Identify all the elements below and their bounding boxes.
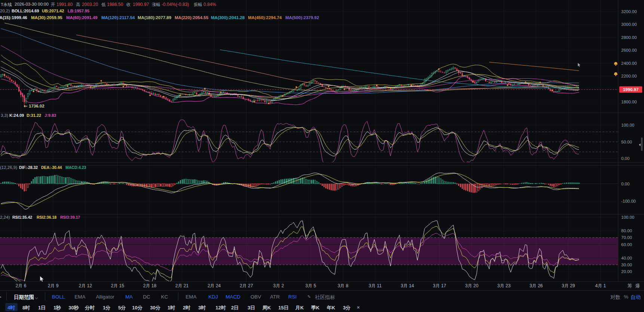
svg-text:2月 24: 2月 24 [208,283,221,288]
svg-text:3月 17: 3月 17 [433,283,447,288]
svg-text:1736.02: 1736.02 [29,104,45,108]
svg-text:2600.00: 2600.00 [621,48,637,52]
svg-text:2月 27: 2月 27 [240,283,253,288]
svg-text:2月 12: 2月 12 [79,283,92,288]
svg-text:2月 21: 2月 21 [175,283,189,288]
svg-text:1990.97: 1990.97 [623,87,639,92]
svg-text:30.00: 30.00 [621,263,632,267]
svg-text:2月 9: 2月 9 [48,283,59,288]
svg-text:70.00: 70.00 [621,235,632,240]
svg-text:1800.00: 1800.00 [621,100,637,104]
svg-text:2月 18: 2月 18 [143,283,157,288]
svg-text:3月 29: 3月 29 [562,283,575,288]
svg-text:60.00: 60.00 [621,242,632,247]
svg-text:2月 15: 2月 15 [111,283,125,288]
svg-text:3月 14: 3月 14 [401,283,414,288]
svg-text:爆: 爆 [635,283,640,288]
svg-text:3月 20: 3月 20 [465,283,479,288]
svg-text:40.00: 40.00 [621,256,632,260]
svg-text:50.00: 50.00 [621,140,632,144]
svg-text:20.00: 20.00 [621,269,632,274]
svg-text:2400.00: 2400.00 [621,61,637,66]
svg-text:2月 6: 2月 6 [16,283,27,288]
svg-text:3月 11: 3月 11 [369,283,382,288]
svg-text:3月 2: 3月 2 [273,283,284,288]
svg-text:100.00: 100.00 [621,123,634,127]
svg-text:3000.00: 3000.00 [621,22,637,27]
svg-text:3月 26: 3月 26 [530,283,543,288]
svg-text:2800.00: 2800.00 [621,35,637,40]
svg-text:0.00: 0.00 [621,182,629,186]
svg-text:3月 5: 3月 5 [306,283,316,288]
svg-text:筹: 筹 [628,283,632,288]
svg-text:3月 23: 3月 23 [497,283,511,288]
svg-text:2200.00: 2200.00 [621,74,637,78]
svg-text:3月 8: 3月 8 [338,283,349,288]
svg-text:-100.00: -100.00 [621,199,636,203]
svg-text:4月 1: 4月 1 [595,283,606,288]
svg-text:0.00: 0.00 [621,156,629,161]
svg-text:100.00: 100.00 [621,215,634,219]
svg-text:80.00: 80.00 [621,228,632,233]
svg-text:3200.00: 3200.00 [621,9,637,14]
